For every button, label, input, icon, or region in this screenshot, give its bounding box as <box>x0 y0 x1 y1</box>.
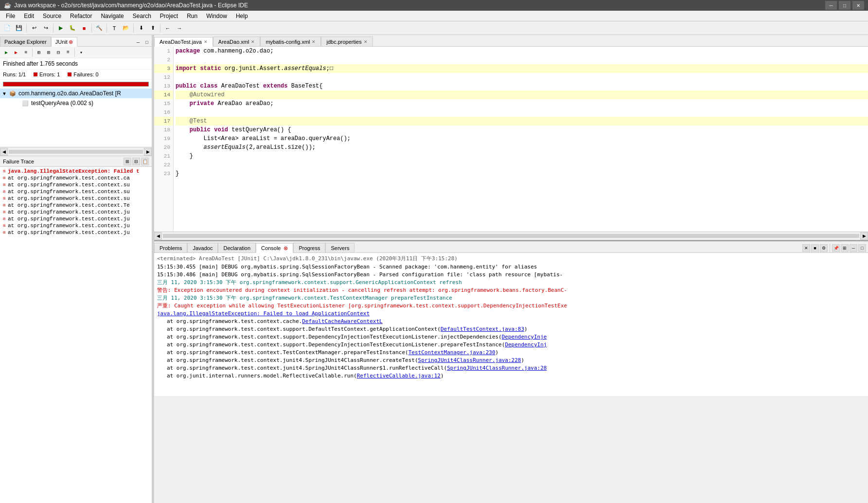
tab-javadoc[interactable]: Javadoc <box>187 243 218 252</box>
link-springjunit4classrunner228[interactable]: SpringJUnit4ClassRunner.java:228 <box>418 357 521 363</box>
console-stop-btn[interactable]: ■ <box>811 244 819 252</box>
hscroll-left-btn[interactable]: ◀ <box>0 148 8 156</box>
failure-line-9[interactable]: ≡ at org.springframework.test.context.ju <box>2 229 150 236</box>
junit-expand-button[interactable]: ⊞ <box>44 48 53 57</box>
menu-window[interactable]: Window <box>202 12 231 20</box>
next-annotation-button[interactable]: ⬇ <box>136 23 146 34</box>
tab-mybatis-config[interactable]: mybatis-config.xml ✕ <box>260 36 321 46</box>
link-defaulttestcontext[interactable]: DefaultTestContext.java:83 <box>441 326 524 332</box>
console-expand-btn[interactable]: ⊞ <box>841 244 849 252</box>
junit-tree[interactable]: ▼ 📦 com.hanmeng.o2o.dao.AreaDaoTest [R ⬜… <box>0 89 152 147</box>
illegal-state-link[interactable]: java.lang.IllegalStateException: Failed … <box>157 310 370 317</box>
prev-annotation-button[interactable]: ⬆ <box>147 23 158 34</box>
link-dependencyinj2[interactable]: DependencyInj <box>505 341 547 348</box>
failure-line-3[interactable]: ≡ at org.springframework.test.context.su <box>2 188 150 195</box>
close-button[interactable]: ✕ <box>852 1 864 10</box>
tab-console[interactable]: Console ⊗ <box>256 243 293 253</box>
tree-item-class[interactable]: ▼ 📦 com.hanmeng.o2o.dao.AreaDaoTest [R <box>0 89 152 98</box>
failure-line-2[interactable]: ≡ at org.springframework.test.context.su <box>2 181 150 188</box>
kw-import: import <box>176 65 196 72</box>
minimize-bottom-btn[interactable]: ─ <box>850 244 857 252</box>
tab-areadao-xml[interactable]: AreaDao.xml ✕ <box>213 36 261 46</box>
build-button[interactable]: 🔨 <box>94 23 105 34</box>
menu-navigate[interactable]: Navigate <box>97 12 127 20</box>
forward-button[interactable]: → <box>174 23 185 34</box>
menu-project[interactable]: Project <box>156 12 182 20</box>
editor-hscroll-left[interactable]: ◀ <box>154 232 162 240</box>
console-clear-btn[interactable]: ✕ <box>802 244 810 252</box>
back-button[interactable]: ← <box>162 23 173 34</box>
failure-line-6[interactable]: ≡ at org.springframework.test.context.ju <box>2 209 150 216</box>
console-pin-btn[interactable]: 📌 <box>832 244 840 252</box>
left-panel-hscroll[interactable]: ◀ ▶ <box>0 147 152 156</box>
hscroll-right-btn[interactable]: ▶ <box>144 148 152 156</box>
link-springjunit4classrunner28[interactable]: SpringJUnit4ClassRunner.java:28 <box>447 365 547 371</box>
tab-progress[interactable]: Progress <box>293 243 325 252</box>
save-button[interactable]: 💾 <box>14 23 24 34</box>
failure-line-8[interactable]: ≡ at org.springframework.test.context.ju <box>2 222 150 229</box>
junit-filter-button[interactable]: ≡ <box>64 48 72 57</box>
new-button[interactable]: 📄 <box>2 23 13 34</box>
code-editor[interactable]: 1 2 3 12 13 14 15 16 17 18 19 20 21 22 2… <box>154 47 868 232</box>
tab-problems[interactable]: Problems <box>154 243 187 252</box>
tab-junit[interactable]: JUnit ⊗ <box>51 37 77 47</box>
editor-hscroll-right[interactable]: ▶ <box>860 232 868 240</box>
failure-collapse-btn[interactable]: ⊟ <box>132 158 140 165</box>
code-line-20: assertEquals (2,areaList.size()); <box>176 143 868 152</box>
open-type-button[interactable]: T <box>109 23 120 34</box>
maximize-bottom-btn[interactable]: □ <box>858 244 866 252</box>
menu-help[interactable]: Help <box>232 12 252 20</box>
menu-refactor[interactable]: Refactor <box>66 12 96 20</box>
tab-declaration[interactable]: Declaration <box>218 243 256 252</box>
tab-jdbc-properties[interactable]: jdbc.properties ✕ <box>321 36 372 46</box>
tab-areadao-xml-close[interactable]: ✕ <box>251 39 255 44</box>
debug-button[interactable]: 🐛 <box>67 23 78 34</box>
failure-line-1[interactable]: ≡ at org.springframework.test.context.ca <box>2 175 150 181</box>
editor-hscroll[interactable]: ◀ ▶ <box>154 232 868 240</box>
maximize-view-button[interactable]: □ <box>143 38 151 46</box>
tab-package-explorer[interactable]: Package Explorer <box>0 36 51 46</box>
link-defaultcacheaware[interactable]: DefaultCacheAwareContextL <box>302 318 383 324</box>
minimize-button[interactable]: ─ <box>825 1 837 10</box>
minimize-view-button[interactable]: ─ <box>134 38 142 46</box>
tab-servers[interactable]: Servers <box>325 243 354 252</box>
tab-areadaotest-close[interactable]: ✕ <box>204 39 208 44</box>
menu-search[interactable]: Search <box>129 12 155 20</box>
code-content[interactable]: package com.hanmeng.o2o.dao; import stat… <box>174 47 868 232</box>
link-reflectivecallable[interactable]: ReflectiveCallable.java:12 <box>357 373 441 379</box>
console-line-6[interactable]: java.lang.IllegalStateException: Failed … <box>157 310 865 318</box>
menu-source[interactable]: Source <box>39 12 65 20</box>
run-button[interactable]: ▶ <box>55 23 66 34</box>
open-resource-button[interactable]: 📂 <box>121 23 131 34</box>
tree-item-test[interactable]: ⬜ testQueryArea (0.002 s) <box>0 98 152 108</box>
failure-expand-btn[interactable]: ⊞ <box>124 158 131 165</box>
line-num-21: 21 <box>154 152 173 161</box>
undo-button[interactable]: ↩ <box>29 23 39 34</box>
failure-line-0[interactable]: ≡ java.lang.IllegalStateException: Faile… <box>2 168 150 175</box>
failure-line-5[interactable]: ≡ at org.springframework.test.context.Te <box>2 202 150 209</box>
tab-areadaotest[interactable]: AreaDaoTest.java ✕ <box>154 37 213 47</box>
junit-layout-button[interactable]: ▾ <box>77 48 86 57</box>
stop-junit-button[interactable]: ■ <box>21 48 30 57</box>
rerun-button[interactable]: ▶ <box>2 48 11 57</box>
junit-history-button[interactable]: ⊞ <box>35 48 43 57</box>
console-area[interactable]: <terminated> AreaDAoTest [JUnit] C:\Java… <box>154 253 868 396</box>
failure-copy-btn[interactable]: 📋 <box>141 158 149 165</box>
rerun-failed-button[interactable]: ▶ <box>12 48 20 57</box>
redo-button[interactable]: ↪ <box>40 23 51 34</box>
failure-line-7[interactable]: ≡ at org.springframework.test.context.ju <box>2 216 150 222</box>
menu-run[interactable]: Run <box>183 12 201 20</box>
tab-jdbc-close[interactable]: ✕ <box>364 39 368 44</box>
stop-button[interactable]: ■ <box>79 23 89 34</box>
menu-file[interactable]: File <box>2 12 19 20</box>
link-dependencyinje[interactable]: DependencyInje <box>502 334 547 340</box>
editor-hscroll-track[interactable] <box>163 234 859 238</box>
hscroll-track[interactable] <box>9 150 143 154</box>
maximize-button[interactable]: □ <box>839 1 850 10</box>
failure-line-4[interactable]: ≡ at org.springframework.test.context.su <box>2 195 150 202</box>
link-testcontextmanager[interactable]: TestContextManager.java:230 <box>408 349 496 356</box>
menu-edit[interactable]: Edit <box>20 12 38 20</box>
junit-collapse-button[interactable]: ⊟ <box>54 48 63 57</box>
console-settings-btn[interactable]: ⚙ <box>820 244 828 252</box>
tab-mybatis-close[interactable]: ✕ <box>312 39 316 44</box>
